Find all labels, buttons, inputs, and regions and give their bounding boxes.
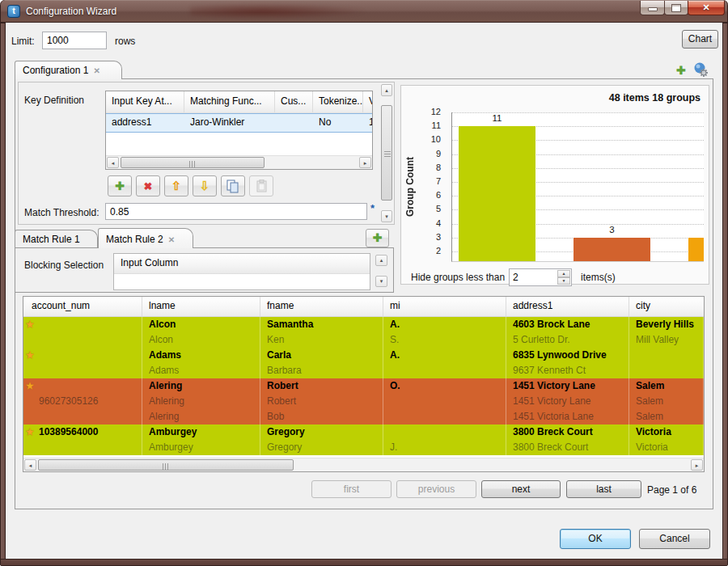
tab-match-rule-1[interactable]: Match Rule 1	[15, 230, 98, 248]
match-threshold-input[interactable]	[105, 203, 367, 220]
tab-configuration-1[interactable]: Configuration 1✕	[15, 61, 122, 79]
group-leader-star-icon: ★	[26, 317, 37, 332]
titlebar-artifact	[190, 3, 368, 19]
spinner-down-arrow[interactable]: ▼	[557, 277, 570, 285]
key-section-vscrollbar: ▴ ▾	[380, 83, 394, 223]
y-tick-label: 4	[421, 218, 441, 228]
results-header: account_num lname fname mi address1 city	[23, 297, 704, 317]
tab-match-rule-2[interactable]: Match Rule 2✕	[98, 228, 193, 248]
y-tick-label: 8	[421, 163, 441, 172]
column-header-mi[interactable]: mi	[383, 297, 506, 316]
cancel-button[interactable]: Cancel	[639, 529, 710, 549]
scroll-right-arrow[interactable]: ▸	[691, 459, 703, 471]
y-tick-label: 12	[421, 107, 441, 116]
y-tick-label: 6	[421, 190, 441, 200]
column-header-input-key[interactable]: Input Key At...	[106, 91, 184, 112]
scroll-left-arrow[interactable]: ◂	[24, 459, 36, 471]
results-hscrollbar: ◂ ▸	[23, 458, 704, 471]
scroll-left-arrow[interactable]: ◂	[107, 157, 119, 168]
column-header-tokenize[interactable]: Tokenize...	[313, 91, 363, 112]
table-row[interactable]: ★ Alcon Samantha A. 4603 Brock Lane Beve…	[23, 317, 704, 332]
column-header-custom[interactable]: Cus...	[275, 91, 313, 112]
window-frame-left	[0, 23, 6, 560]
column-header-lname[interactable]: lname	[142, 297, 260, 316]
add-key-button[interactable]: ✚	[108, 175, 132, 196]
tab-close-icon[interactable]: ✕	[168, 235, 175, 244]
up-arrow-icon: ⇧	[171, 179, 182, 192]
required-marker: *	[370, 202, 375, 214]
key-definition-header: Input Key At... Matching Func... Cus... …	[106, 91, 372, 113]
minimize-button[interactable]	[640, 1, 665, 15]
pagination-next-button[interactable]: next	[481, 480, 561, 498]
limit-input[interactable]	[42, 32, 107, 49]
table-row[interactable]: ★10389564000 Amburgey Gregory 3800 Breck…	[23, 424, 704, 440]
column-header-city[interactable]: city	[629, 297, 704, 316]
configuration-wizard-dialog: t Configuration Wizard ✕ Limit: rows Cha…	[0, 0, 728, 566]
scroll-right-arrow[interactable]: ▸	[359, 157, 371, 168]
close-button[interactable]: ✕	[688, 1, 725, 15]
group-leader-star-icon: ★	[26, 378, 37, 394]
add-match-rule-button[interactable]: ✚	[366, 229, 389, 247]
chart-yaxis-ticks: 23456789101112	[421, 112, 443, 261]
wizard-gear-icon[interactable]	[692, 61, 709, 78]
table-row[interactable]: ★ Adams Carla A. 6835 Lynwood Drive	[23, 348, 704, 363]
column-header-address1[interactable]: address1	[506, 297, 629, 316]
scroll-thumb[interactable]	[381, 105, 392, 201]
hide-groups-spinner: ▲ ▼	[509, 268, 572, 286]
table-row[interactable]: ★ Amburgey Gregory J. 3800 Breck Court V…	[23, 440, 704, 455]
ok-button[interactable]: OK	[560, 529, 631, 549]
column-header-weight[interactable]: V	[363, 91, 372, 112]
spinner-up-arrow[interactable]: ▲	[557, 270, 570, 277]
add-configuration-icon[interactable]: ✚	[676, 64, 686, 77]
scroll-thumb[interactable]	[121, 157, 265, 168]
chart-bar	[574, 238, 650, 261]
column-header-fname[interactable]: fname	[260, 297, 383, 316]
copy-icon	[226, 180, 239, 193]
move-up-button[interactable]: ⇧	[164, 175, 188, 196]
paste-icon	[256, 180, 268, 193]
match-threshold-label: Match Threshold:	[24, 207, 99, 218]
pagination-last-button[interactable]: last	[566, 480, 641, 498]
scroll-up-arrow[interactable]: ▴	[375, 255, 387, 266]
chart-plot-area: 113	[451, 112, 704, 262]
chart-button[interactable]: Chart	[682, 30, 718, 49]
table-row[interactable]: ★ Alering Bob 1451 Victoria Lane Salem	[23, 409, 704, 424]
tab-close-icon[interactable]: ✕	[93, 66, 99, 75]
table-row[interactable]: ★ Adams Barbara 9637 Kenneth Ct	[23, 363, 704, 378]
maximize-button[interactable]	[664, 1, 688, 15]
title-bar[interactable]: t Configuration Wizard ✕	[0, 0, 728, 23]
blocking-selection-label: Blocking Selection	[24, 260, 104, 271]
move-down-button[interactable]: ⇩	[193, 175, 217, 196]
paste-button[interactable]	[249, 175, 273, 196]
scroll-down-arrow[interactable]: ▾	[381, 210, 392, 222]
tab-match-rule-1-label: Match Rule 1	[23, 234, 80, 245]
pagination-first-button[interactable]: first	[311, 480, 392, 498]
bar-value-label: 3	[574, 225, 650, 234]
table-row[interactable]: ★ Alering Robert O. 1451 Victory Lane Sa…	[23, 378, 704, 394]
y-tick-label: 7	[421, 176, 441, 186]
pagination-previous-button[interactable]: previous	[396, 480, 476, 498]
scroll-down-arrow[interactable]: ▾	[375, 276, 387, 287]
chart-bar	[459, 126, 535, 261]
tab-configuration-1-label: Configuration 1	[23, 65, 88, 76]
column-header-matching-function[interactable]: Matching Func...	[184, 91, 275, 112]
results-table: account_num lname fname mi address1 city…	[23, 296, 705, 472]
bar-value-label: 11	[459, 113, 535, 123]
table-row[interactable]: ★96027305126 Ahlering Robert 1451 Victor…	[23, 394, 704, 409]
minimize-icon	[648, 7, 658, 11]
table-row[interactable]: ★ Alcon Ken S. 5 Curletto Dr. Mill Valle…	[23, 332, 704, 348]
y-tick-label: 3	[421, 232, 441, 242]
column-header-account-num[interactable]: account_num	[23, 297, 142, 316]
copy-button[interactable]	[221, 175, 245, 196]
y-tick-label: 2	[421, 246, 441, 256]
hide-groups-input[interactable]	[510, 269, 563, 285]
delete-key-button[interactable]: ✖	[136, 175, 160, 196]
scroll-thumb[interactable]	[38, 459, 294, 471]
blocking-selection-table: Input Column	[113, 253, 370, 290]
blocking-column-header[interactable]: Input Column	[114, 254, 370, 274]
cell-matching-function: Jaro-Winkler	[184, 114, 275, 132]
key-definition-row-selected[interactable]: address1 Jaro-Winkler No 1	[106, 113, 372, 133]
group-chart-panel: 48 items 18 groups Group Count 234567891…	[400, 85, 709, 285]
scroll-up-arrow[interactable]: ▴	[381, 84, 392, 96]
cell-weight: 1	[363, 114, 372, 132]
